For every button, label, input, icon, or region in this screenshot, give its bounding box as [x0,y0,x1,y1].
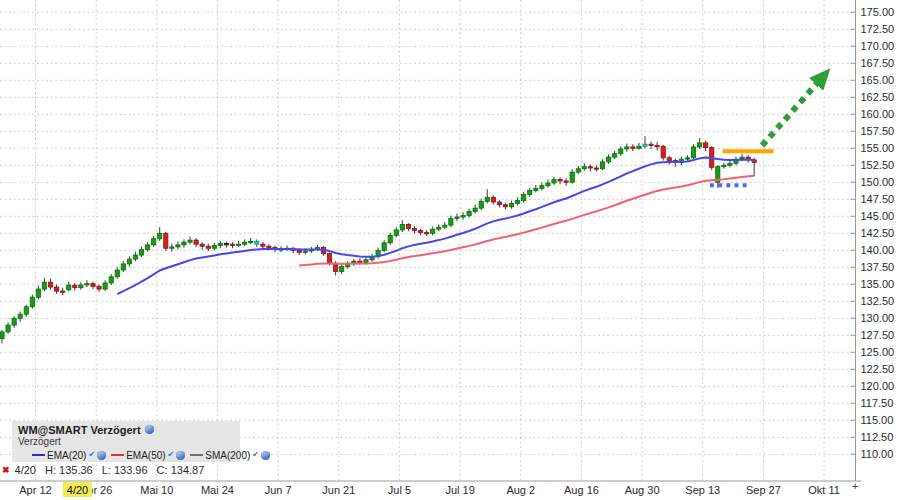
candle[interactable] [728,161,732,168]
candle[interactable] [85,280,89,287]
globe-icon[interactable] [261,451,270,460]
candle[interactable] [218,241,222,248]
candle[interactable] [655,142,659,150]
candle[interactable] [503,203,507,210]
candle[interactable] [600,159,604,170]
candle[interactable] [509,201,513,209]
candle[interactable] [388,233,392,245]
candle[interactable] [625,144,629,152]
candle[interactable] [261,242,265,249]
candle[interactable] [139,247,143,257]
globe-icon[interactable] [176,451,185,460]
candle[interactable] [394,227,398,237]
trend-arrow[interactable] [762,82,818,146]
candle[interactable] [224,241,228,247]
candle[interactable] [73,283,77,290]
candle[interactable] [127,256,131,266]
candle[interactable] [249,238,253,244]
candle[interactable] [340,265,344,275]
candle[interactable] [552,177,556,185]
candle[interactable] [425,230,429,236]
candle[interactable] [30,295,34,309]
candle[interactable] [461,212,465,219]
checkbox-icon[interactable]: ✔ [88,451,95,459]
candle[interactable] [722,163,726,169]
candle[interactable] [661,145,665,161]
candle[interactable] [382,240,386,252]
candle[interactable] [243,239,247,246]
candle[interactable] [212,243,216,250]
candle[interactable] [48,279,52,290]
candle[interactable] [443,222,447,229]
candle[interactable] [370,254,374,262]
candle[interactable] [631,144,635,151]
candle[interactable] [534,185,538,192]
checkbox-icon[interactable]: ✔ [252,451,259,459]
candle[interactable] [619,146,623,156]
globe-icon[interactable] [145,425,154,434]
candle[interactable] [200,242,204,249]
candle[interactable] [704,141,708,151]
candle[interactable] [352,259,356,266]
candle[interactable] [152,236,156,247]
candle[interactable] [18,312,22,322]
candle[interactable] [12,316,16,328]
candle[interactable] [79,282,83,289]
candle[interactable] [406,223,410,231]
candle[interactable] [564,178,568,185]
candle[interactable] [194,238,198,247]
candle[interactable] [121,261,125,272]
candle[interactable] [691,144,695,160]
candle[interactable] [6,322,10,334]
candle[interactable] [540,182,544,190]
candle[interactable] [188,237,192,244]
candle[interactable] [109,274,113,285]
candle[interactable] [54,284,58,294]
candle[interactable] [36,286,40,300]
candle[interactable] [182,239,186,247]
candle[interactable] [473,205,477,214]
candle[interactable] [176,241,180,249]
close-icon[interactable]: ✖ [2,465,10,475]
candle[interactable] [546,180,550,188]
candle[interactable] [576,166,580,174]
candle[interactable] [255,239,259,246]
candle[interactable] [431,227,435,236]
candle[interactable] [206,244,210,251]
ema50-line[interactable] [299,176,754,266]
candle[interactable] [455,214,459,221]
candle[interactable] [61,288,65,295]
candle[interactable] [643,136,647,148]
candle[interactable] [418,229,422,236]
candle[interactable] [412,226,416,233]
candle[interactable] [133,252,137,262]
candle[interactable] [449,216,453,228]
zoom-plus-control[interactable]: + [852,480,858,492]
candle[interactable] [516,197,520,205]
candle[interactable] [97,284,101,291]
candle[interactable] [158,227,162,241]
candle[interactable] [607,154,611,164]
candle[interactable] [522,192,526,203]
candle[interactable] [67,282,71,292]
candle[interactable] [697,138,701,149]
ema20-line[interactable] [117,157,754,294]
candle[interactable] [42,278,46,291]
candle[interactable] [103,280,107,291]
candle[interactable] [115,267,119,279]
candle[interactable] [558,178,562,185]
candle[interactable] [400,220,404,232]
globe-icon[interactable] [97,451,106,460]
candle[interactable] [497,200,501,207]
candle[interactable] [594,165,598,171]
checkbox-icon[interactable]: ✔ [168,451,175,459]
candle[interactable] [0,330,4,344]
candle[interactable] [91,282,95,289]
candle[interactable] [637,143,641,150]
candle[interactable] [230,242,234,248]
candle[interactable] [479,199,483,211]
candle[interactable] [667,156,671,165]
candle[interactable] [582,163,586,170]
candle[interactable] [236,241,240,247]
candle[interactable] [485,189,489,203]
